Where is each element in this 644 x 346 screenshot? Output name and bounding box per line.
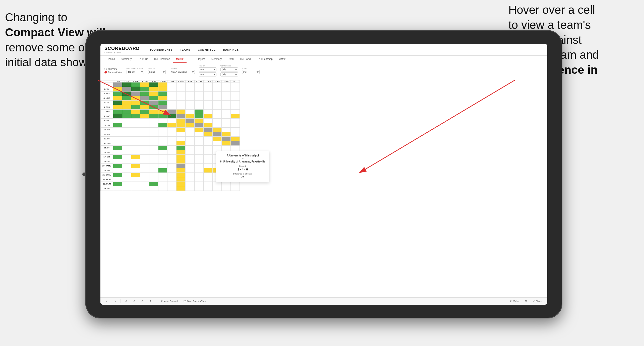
- matrix-cell[interactable]: [186, 105, 195, 110]
- matrix-cell[interactable]: [177, 96, 186, 101]
- matrix-cell[interactable]: [195, 96, 204, 101]
- matrix-cell[interactable]: [213, 96, 222, 101]
- matrix-cell[interactable]: [149, 119, 158, 123]
- matrix-cell[interactable]: [177, 110, 186, 114]
- matrix-cell[interactable]: [177, 150, 186, 155]
- matrix-cell[interactable]: [131, 119, 140, 123]
- matrix-cell[interactable]: [113, 168, 122, 173]
- matrix-cell[interactable]: [122, 123, 131, 128]
- matrix-cell[interactable]: [213, 186, 222, 191]
- matrix-cell[interactable]: [195, 114, 204, 119]
- matrix-cell[interactable]: [113, 96, 122, 101]
- matrix-cell[interactable]: [131, 177, 140, 182]
- matrix-cell[interactable]: [222, 114, 231, 119]
- matrix-cell[interactable]: [131, 146, 140, 150]
- matrix-cell[interactable]: [158, 150, 167, 155]
- matrix-cell[interactable]: [213, 82, 222, 87]
- matrix-cell[interactable]: [231, 123, 240, 128]
- matrix-cell[interactable]: [140, 132, 149, 137]
- matrix-cell[interactable]: [231, 92, 240, 96]
- matrix-cell[interactable]: [167, 101, 177, 105]
- matrix-cell[interactable]: [231, 101, 240, 105]
- matrix-cell[interactable]: [167, 150, 177, 155]
- matrix-cell[interactable]: [213, 119, 222, 123]
- matrix-cell[interactable]: [149, 146, 158, 150]
- matrix-cell[interactable]: [122, 164, 131, 168]
- matrix-cell[interactable]: [195, 132, 204, 137]
- matrix-cell[interactable]: [167, 87, 177, 92]
- matrix-cell[interactable]: [167, 128, 177, 132]
- matrix-cell[interactable]: [158, 82, 167, 87]
- matrix-cell[interactable]: [158, 186, 167, 191]
- matrix-cell[interactable]: [131, 87, 140, 92]
- matrix-cell[interactable]: [122, 110, 131, 114]
- matrix-cell[interactable]: [195, 101, 204, 105]
- matrix-cell[interactable]: [113, 119, 122, 123]
- matrix-cell[interactable]: [167, 141, 177, 146]
- matrix-cell[interactable]: [113, 159, 122, 164]
- matrix-cell[interactable]: [177, 87, 186, 92]
- matrix-cell[interactable]: [231, 96, 240, 101]
- matrix-cell[interactable]: [122, 132, 131, 137]
- max-teams-select[interactable]: Top 50: [127, 70, 144, 74]
- matrix-cell[interactable]: [186, 186, 195, 191]
- matrix-cell[interactable]: [222, 132, 231, 137]
- matrix-cell[interactable]: [213, 114, 222, 119]
- matrix-cell[interactable]: [158, 110, 167, 114]
- watch-button[interactable]: 👁 Watch: [508, 299, 520, 303]
- matrix-cell[interactable]: [131, 168, 140, 173]
- matrix-cell[interactable]: [113, 173, 122, 177]
- matrix-cell[interactable]: [158, 177, 167, 182]
- matrix-cell[interactable]: [186, 137, 195, 141]
- matrix-container[interactable]: 1. AU 2. VU 3. ASU 4. UNC 5. UT 6. FSU 7…: [100, 78, 547, 305]
- matrix-cell[interactable]: [222, 105, 231, 110]
- toolbar-icon1[interactable]: ⊕: [124, 299, 129, 303]
- matrix-cell[interactable]: [131, 137, 140, 141]
- matrix-cell[interactable]: [186, 159, 195, 164]
- tab-h2h-grid[interactable]: H2H Grid: [135, 56, 151, 63]
- matrix-cell[interactable]: [177, 119, 186, 123]
- matrix-cell[interactable]: [195, 159, 204, 164]
- matrix-cell[interactable]: [204, 119, 213, 123]
- tab-summary[interactable]: Summary: [118, 56, 135, 63]
- matrix-cell[interactable]: [158, 155, 167, 159]
- matrix-cell[interactable]: [186, 114, 195, 119]
- matrix-cell[interactable]: [186, 173, 195, 177]
- matrix-cell[interactable]: [231, 105, 240, 110]
- matrix-cell[interactable]: [140, 119, 149, 123]
- matrix-cell[interactable]: [222, 92, 231, 96]
- matrix-cell[interactable]: [231, 132, 240, 137]
- matrix-cell[interactable]: [195, 141, 204, 146]
- matrix-cell[interactable]: [167, 168, 177, 173]
- matrix-cell[interactable]: [204, 173, 213, 177]
- matrix-cell[interactable]: [167, 177, 177, 182]
- matrix-cell[interactable]: [158, 128, 167, 132]
- matrix-cell[interactable]: [158, 87, 167, 92]
- matrix-cell[interactable]: [140, 137, 149, 141]
- matrix-cell[interactable]: [122, 87, 131, 92]
- matrix-cell[interactable]: [204, 110, 213, 114]
- matrix-cell[interactable]: [149, 177, 158, 182]
- matrix-cell[interactable]: [113, 150, 122, 155]
- matrix-cell[interactable]: [186, 146, 195, 150]
- matrix-cell[interactable]: [140, 168, 149, 173]
- matrix-cell[interactable]: [113, 114, 122, 119]
- toolbar-icon2[interactable]: ⊖: [132, 299, 137, 303]
- matrix-cell[interactable]: [195, 128, 204, 132]
- matrix-cell[interactable]: [167, 159, 177, 164]
- matrix-cell[interactable]: [204, 159, 213, 164]
- matrix-cell[interactable]: [231, 110, 240, 114]
- matrix-cell[interactable]: [122, 92, 131, 96]
- matrix-cell[interactable]: [186, 119, 195, 123]
- full-view-option[interactable]: Full View: [104, 68, 123, 70]
- matrix-cell[interactable]: [131, 105, 140, 110]
- matrix-cell[interactable]: [167, 105, 177, 110]
- matrix-cell[interactable]: [113, 164, 122, 168]
- conference-select[interactable]: (All): [220, 67, 238, 71]
- matrix-cell[interactable]: [177, 101, 186, 105]
- matrix-cell[interactable]: [140, 96, 149, 101]
- matrix-cell[interactable]: [222, 146, 231, 150]
- matrix-cell[interactable]: [140, 146, 149, 150]
- matrix-cell[interactable]: [167, 114, 177, 119]
- matrix-cell[interactable]: [131, 186, 140, 191]
